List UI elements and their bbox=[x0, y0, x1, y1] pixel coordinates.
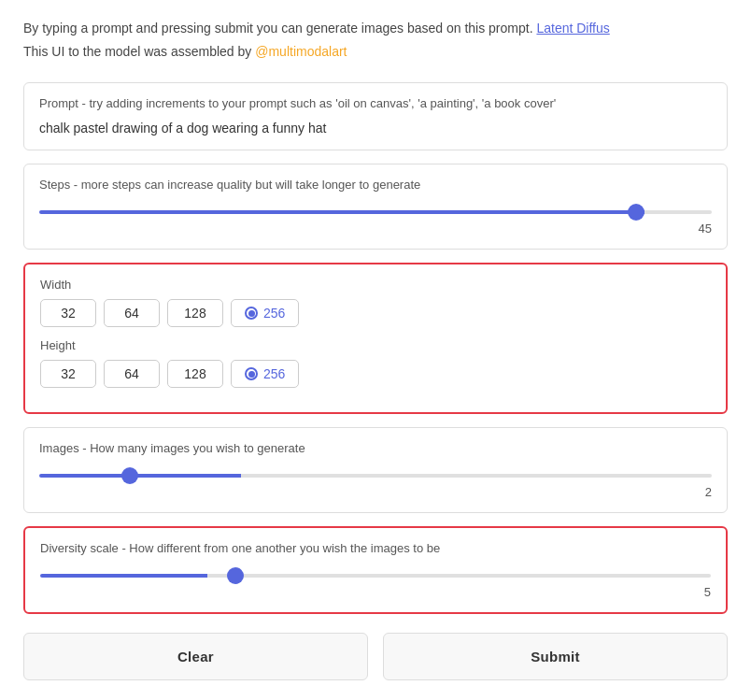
author-link[interactable]: @multimodalart bbox=[255, 44, 347, 59]
images-section: Images - How many images you wish to gen… bbox=[23, 427, 728, 513]
intro-line1: By typing a prompt and pressing submit y… bbox=[23, 19, 728, 38]
width-radio-icon bbox=[245, 307, 258, 320]
diversity-slider-container bbox=[40, 564, 711, 581]
width-label: Width bbox=[40, 278, 711, 292]
images-slider-container bbox=[39, 464, 712, 481]
height-group: Height 32 64 128 256 bbox=[40, 338, 711, 388]
steps-slider-container bbox=[39, 201, 712, 218]
dimensions-section: Width 32 64 128 256 Height 32 64 bbox=[23, 263, 728, 414]
height-radio-icon bbox=[245, 367, 258, 380]
diversity-label: Diversity scale - How different from one… bbox=[40, 541, 711, 555]
width-option-32[interactable]: 32 bbox=[40, 299, 96, 327]
height-label: Height bbox=[40, 338, 711, 352]
prompt-input[interactable] bbox=[39, 121, 712, 136]
images-slider[interactable] bbox=[39, 474, 712, 478]
height-option-64[interactable]: 64 bbox=[104, 360, 160, 388]
width-radio-group: 32 64 128 256 bbox=[40, 299, 711, 327]
button-row: Clear Submit bbox=[23, 633, 728, 680]
clear-button[interactable]: Clear bbox=[23, 633, 368, 680]
images-value: 2 bbox=[39, 485, 712, 499]
steps-section: Steps - more steps can increase quality … bbox=[23, 164, 728, 250]
width-option-64[interactable]: 64 bbox=[104, 299, 160, 327]
prompt-label: Prompt - try adding increments to your p… bbox=[39, 96, 712, 110]
height-option-256[interactable]: 256 bbox=[231, 360, 299, 388]
images-label: Images - How many images you wish to gen… bbox=[39, 441, 712, 455]
width-option-128[interactable]: 128 bbox=[167, 299, 223, 327]
diversity-slider[interactable] bbox=[40, 574, 711, 578]
steps-label: Steps - more steps can increase quality … bbox=[39, 178, 712, 192]
diversity-value: 5 bbox=[40, 585, 711, 599]
prompt-section: Prompt - try adding increments to your p… bbox=[23, 82, 728, 150]
height-option-128[interactable]: 128 bbox=[167, 360, 223, 388]
width-option-256[interactable]: 256 bbox=[231, 299, 299, 327]
steps-slider[interactable] bbox=[39, 210, 712, 214]
height-option-32[interactable]: 32 bbox=[40, 360, 96, 388]
steps-value: 45 bbox=[39, 221, 712, 236]
diversity-section: Diversity scale - How different from one… bbox=[23, 526, 728, 614]
submit-button[interactable]: Submit bbox=[383, 633, 728, 680]
height-radio-group: 32 64 128 256 bbox=[40, 360, 711, 388]
width-group: Width 32 64 128 256 bbox=[40, 278, 711, 327]
intro-line2: This UI to the model was assembled by @m… bbox=[23, 42, 728, 62]
latent-diffus-link[interactable]: Latent Diffus bbox=[536, 21, 609, 36]
